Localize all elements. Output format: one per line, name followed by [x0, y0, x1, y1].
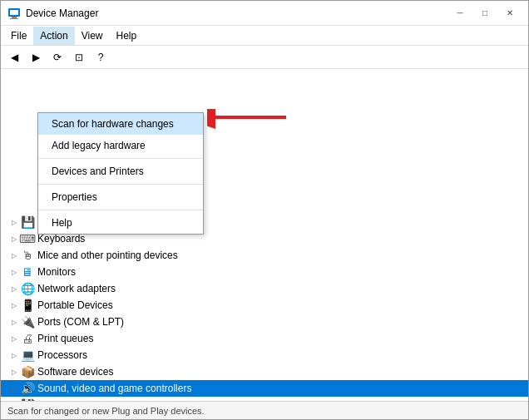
svg-rect-3 [10, 18, 18, 19]
device-icon: 📱 [21, 299, 34, 312]
menu-separator-2 [38, 184, 203, 185]
device-label: Sound, video and game controllers [37, 383, 191, 394]
status-bar: Scan for changed or new Plug and Play de… [1, 401, 528, 419]
expand-icon: ▷ [7, 215, 21, 229]
toolbar-back[interactable]: ◀ [4, 48, 24, 67]
menu-separator-3 [38, 210, 203, 210]
list-item-portable-devices[interactable]: ▷ 📱 Portable Devices [1, 297, 528, 314]
red-arrow-annotation [207, 109, 290, 145]
expand-icon: ▷ [7, 299, 21, 312]
device-label: Software devices [37, 366, 113, 378]
menu-scan-hardware[interactable]: Scan for hardware changes [38, 113, 203, 135]
device-icon: 🖨 [21, 332, 34, 345]
list-item[interactable]: ▷ 🌐 Network adapters [1, 280, 528, 297]
list-item[interactable]: ▷ 🖱 Mice and other pointing devices [1, 247, 528, 264]
list-item[interactable]: ▷ 🖥 Monitors [1, 264, 528, 280]
list-item[interactable]: ▷ 🔌 Ports (COM & LPT) [1, 314, 528, 330]
list-item[interactable]: ▷ 🖨 Print queues [1, 330, 528, 347]
device-label: Keyboards [37, 233, 85, 245]
menu-file[interactable]: File [4, 27, 33, 45]
menu-action[interactable]: Action [33, 27, 74, 45]
title-bar: Device Manager ─ □ ✕ [1, 1, 528, 26]
expand-icon: ▷ [7, 332, 21, 345]
expand-icon: ▷ [7, 265, 21, 279]
list-item[interactable]: ▷ 📦 Software devices [1, 363, 528, 380]
menu-properties[interactable]: Properties [38, 186, 203, 208]
action-dropdown: Scan for hardware changes Add legacy har… [37, 112, 204, 235]
content-area: Scan for hardware changes Add legacy har… [1, 69, 528, 401]
device-label: Storage controllers [37, 399, 121, 401]
device-label: Monitors [37, 266, 76, 278]
close-button[interactable]: ✕ [498, 4, 522, 22]
svg-rect-2 [12, 17, 17, 18]
expand-icon: ▷ [7, 282, 21, 295]
device-list[interactable]: Scan for hardware changes Add legacy har… [1, 69, 528, 401]
maximize-button[interactable]: □ [473, 4, 497, 22]
device-icon: 🔊 [21, 382, 34, 395]
menu-separator-1 [38, 158, 203, 159]
device-icon: 🔌 [21, 315, 34, 329]
device-icon: 🖥 [21, 265, 34, 279]
menu-bar: File Action View Help [1, 26, 528, 46]
device-icon: ⌨ [21, 232, 34, 245]
status-text: Scan for changed or new Plug and Play de… [7, 406, 205, 416]
svg-rect-1 [10, 10, 18, 15]
expand-icon: ▷ [7, 382, 21, 395]
device-icon: 💾 [21, 215, 34, 229]
menu-help-item[interactable]: Help [38, 212, 203, 234]
list-item-sound[interactable]: ▷ 🔊 Sound, video and game controllers [1, 380, 528, 397]
device-icon: 🖱 [21, 249, 34, 262]
toolbar-properties[interactable]: ⊡ [69, 48, 89, 67]
menu-help[interactable]: Help [110, 27, 144, 45]
list-item[interactable]: ▷ 💾 Storage controllers [1, 397, 528, 401]
device-icon: 💻 [21, 348, 34, 362]
window-title: Device Manager [26, 7, 448, 19]
toolbar-forward[interactable]: ▶ [26, 48, 46, 67]
menu-view[interactable]: View [75, 27, 110, 45]
device-label: Mice and other pointing devices [37, 250, 178, 261]
toolbar: ◀ ▶ ⟳ ⊡ ? [1, 46, 528, 69]
list-item[interactable]: ▷ 💻 Processors [1, 347, 528, 363]
expand-icon: ▷ [7, 348, 21, 362]
main-window: Device Manager ─ □ ✕ File Action View He… [0, 0, 529, 420]
toolbar-help[interactable]: ? [91, 48, 111, 67]
window-controls: ─ □ ✕ [448, 4, 522, 22]
device-icon: 💾 [21, 398, 34, 401]
expand-icon: ▷ [7, 365, 21, 378]
menu-devices-printers[interactable]: Devices and Printers [38, 161, 203, 182]
menu-add-legacy[interactable]: Add legacy hardware [38, 135, 203, 156]
minimize-button[interactable]: ─ [448, 4, 472, 22]
device-icon: 🌐 [21, 282, 34, 295]
expand-icon: ▷ [7, 315, 21, 329]
device-icon: 📦 [21, 365, 34, 378]
device-label: Network adapters [37, 283, 116, 294]
device-label: Print queues [37, 333, 93, 344]
device-label: Ports (COM & LPT) [37, 316, 124, 328]
device-label: Processors [37, 349, 87, 361]
expand-icon: ▷ [7, 398, 21, 401]
device-label: Portable Devices [37, 299, 113, 311]
expand-icon: ▷ [7, 249, 21, 262]
toolbar-refresh[interactable]: ⟳ [47, 48, 67, 67]
app-icon [7, 7, 21, 20]
